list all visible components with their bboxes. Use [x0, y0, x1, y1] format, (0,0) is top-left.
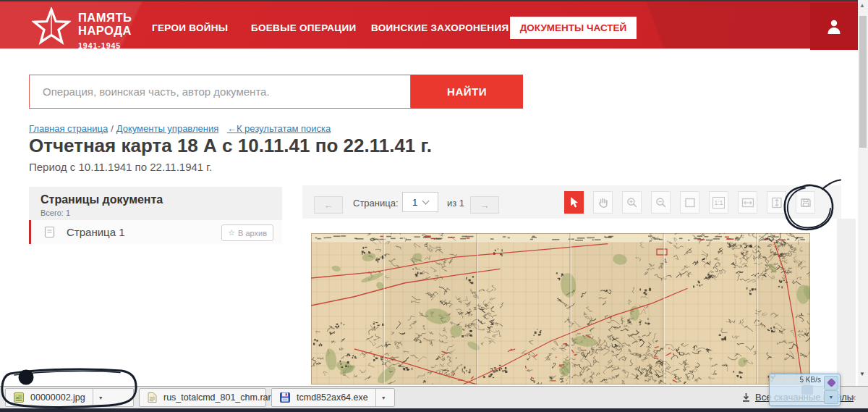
breadcrumb: Главная страница/Документы управления ←К…: [29, 123, 331, 134]
hand-icon: [597, 196, 609, 209]
document-page-icon: [44, 226, 55, 238]
select-cursor-tool-button[interactable]: [564, 191, 584, 214]
viewer-toolbar: ← Страница: 1 из 1 →: [302, 185, 841, 219]
rectangle-select-icon: [684, 197, 696, 209]
user-icon: [827, 19, 841, 35]
scrollbar-up-arrow-icon[interactable]: ▲: [859, 2, 865, 9]
page: ПАМЯТЬ НАРОДА 1941-1945 ГЕРОИ ВОЙНЫ БОЕВ…: [0, 0, 868, 412]
close-downloads-bar-button[interactable]: ×: [851, 392, 856, 403]
download-item-exe[interactable]: tcmd852ax64.exe ▼: [271, 388, 395, 407]
fit-height-button[interactable]: [767, 191, 786, 214]
scrollbar-thumb[interactable]: [859, 16, 867, 148]
nav-unit-documents-active[interactable]: ДОКУМЕНТЫ ЧАСТЕЙ: [510, 17, 637, 39]
prev-page-button[interactable]: ←: [314, 196, 343, 214]
back-to-results-link[interactable]: ←К результатам поиска: [227, 123, 331, 134]
pages-panel-header: Страницы документа Всего: 1: [29, 187, 282, 220]
brand-text: ПАМЯТЬ НАРОДА 1941-1945: [78, 7, 132, 48]
jpg-file-icon: [13, 392, 25, 403]
download-item-rar[interactable]: rus_totalcmd_801_chm.rar ▼: [139, 388, 266, 407]
fit-height-icon: [771, 197, 783, 209]
screen-bottom-edge: [0, 408, 868, 412]
download-filename: rus_totalcmd_801_chm.rar: [163, 392, 271, 403]
rar-file-icon: [147, 392, 158, 403]
breadcrumb-separator: /: [111, 123, 114, 134]
download-item-jpg[interactable]: 00000002.jpg ▼: [5, 388, 134, 407]
fit-width-icon: [741, 198, 754, 208]
page-select-label: Страница:: [353, 198, 399, 209]
exe-file-icon: [279, 392, 291, 403]
download-arrow-icon: [741, 392, 751, 403]
zoom-in-icon: [626, 197, 638, 209]
document-period: Период с 10.11.1941 по 22.11.1941 г.: [29, 161, 212, 173]
fit-width-button[interactable]: [738, 191, 757, 214]
dropdown-arrow-icon: ▼: [829, 395, 834, 400]
speed-monitor-ghost-icon: [801, 385, 813, 395]
brand-years: 1941-1945: [78, 39, 132, 52]
breadcrumb-section-link[interactable]: Документы управления: [116, 123, 219, 134]
speed-monitor-overlay[interactable]: 5 KB/s ▼: [769, 374, 841, 406]
actual-size-button[interactable]: 1:1: [709, 191, 728, 214]
back-arrow-icon: ←: [227, 123, 237, 134]
user-account-button[interactable]: [810, 3, 858, 50]
breadcrumb-home-link[interactable]: Главная страница: [29, 123, 108, 134]
page-title: Отчетная карта 18 А с 10.11.41 по 22.11.…: [29, 135, 432, 157]
one-to-one-icon: 1:1: [712, 197, 726, 209]
page-number-select[interactable]: 1: [402, 192, 438, 212]
nav-operations[interactable]: БОЕВЫЕ ОПЕРАЦИИ: [251, 22, 356, 33]
speed-monitor-app-icon: [827, 378, 836, 387]
nav-burials[interactable]: ВОИНСКИЕ ЗАХОРОНЕНИЯ: [371, 22, 509, 33]
scrollbar-down-arrow-icon[interactable]: ▼: [859, 371, 865, 377]
document-scan-map-image[interactable]: [311, 233, 810, 384]
save-button[interactable]: [796, 191, 815, 214]
download-filename: tcmd852ax64.exe: [297, 392, 368, 403]
star-logo-icon: [32, 7, 71, 48]
annotation-blob-retrace: [14, 371, 120, 375]
speed-monitor-app-button[interactable]: [824, 376, 838, 390]
page-list-item[interactable]: Страница 1 ☆ В архив: [29, 220, 282, 244]
zoom-out-icon: [655, 197, 667, 209]
site-header: ПАМЯТЬ НАРОДА 1941-1945 ГЕРОИ ВОЙНЫ БОЕВ…: [0, 1, 858, 49]
crop-area-button[interactable]: [680, 191, 699, 214]
pan-hand-tool-button[interactable]: [593, 191, 613, 214]
cursor-icon: [569, 196, 579, 209]
save-floppy-icon: [800, 197, 812, 209]
viewer-tools: 1:1: [564, 191, 815, 214]
chevron-down-icon: [422, 197, 430, 204]
download-filename: 00000002.jpg: [30, 392, 85, 403]
download-item-dropdown[interactable]: ▼: [93, 389, 109, 406]
brand-line1: ПАМЯТЬ: [78, 11, 132, 24]
page-count-label: из 1: [447, 198, 464, 209]
page-item-label: Страница 1: [67, 226, 125, 238]
next-page-button[interactable]: →: [470, 196, 499, 214]
search-button[interactable]: НАЙТИ: [411, 75, 523, 109]
add-to-archive-button[interactable]: ☆ В архив: [221, 224, 273, 241]
zoom-out-button[interactable]: [651, 191, 671, 214]
star-icon: ☆: [228, 228, 235, 237]
pages-panel-title: Страницы документа: [41, 193, 271, 206]
search-input[interactable]: [29, 75, 411, 109]
speed-monitor-dropdown-button[interactable]: ▼: [824, 390, 838, 404]
brand-line2: НАРОДА: [78, 24, 132, 37]
pages-panel-total: Всего: 1: [41, 209, 271, 217]
page-number-value: 1: [412, 197, 417, 208]
download-speed-value: 5 KB/s: [800, 376, 821, 384]
annotation-dot: [19, 370, 34, 385]
download-item-dropdown[interactable]: ▼: [375, 389, 391, 406]
zoom-in-button[interactable]: [622, 191, 642, 214]
viewer-scrollbar-track[interactable]: [837, 219, 856, 386]
nav-heroes[interactable]: ГЕРОИ ВОЙНЫ: [152, 22, 228, 33]
